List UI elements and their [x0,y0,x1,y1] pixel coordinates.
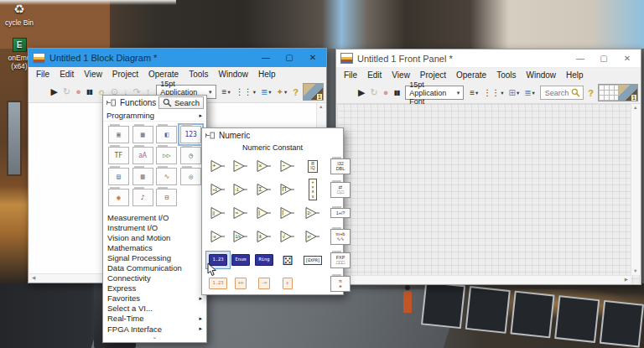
category-vision-and-motion[interactable]: Vision and Motion [103,232,206,242]
palette-item-application-control[interactable]: ◎ [180,168,201,185]
category-signal-processing[interactable]: Signal Processing [103,252,206,262]
category-programming[interactable]: Programming ▸ [103,110,206,122]
numeric-item-negate[interactable]: -x [210,230,226,243]
desktop-icon-recycle-bin[interactable]: ♻cycle Bin [0,1,39,27]
front-panel-titlebar[interactable]: Untitled 1 Front Panel * — ▢ ✕ [336,49,641,68]
numeric-item-ring-constant[interactable]: Ring [255,254,273,266]
palette-item-waveform[interactable]: ∿ [156,168,177,185]
search-input[interactable] [543,88,571,98]
numeric-item-multiply[interactable]: × [256,159,273,173]
numeric-item-add[interactable]: + [210,159,226,173]
numeric-item-random-number[interactable]: ⚄ [282,254,293,267]
numeric-item-positive-infinity-constant[interactable]: +∞ [235,278,247,289]
palette-search-button[interactable]: Search [158,96,204,109]
numeric-item-add-array-elements[interactable]: Σ [256,183,273,196]
vi-icon-pane[interactable] [303,83,324,101]
maximize-icon[interactable]: ▢ [592,49,615,68]
category-instrument-i-o[interactable]: Instrument I/O [103,222,206,232]
scroll-left-icon[interactable]: ◀ [32,276,35,281]
category-fpga-interface[interactable]: FPGA Interface▸ [103,324,206,334]
menu-project[interactable]: Project [415,70,451,81]
menu-project[interactable]: Project [107,69,143,80]
numeric-item-dbl-numeric-constant[interactable]: 1.23 [209,278,226,289]
category-real-time[interactable]: Real-Time▸ [103,314,206,324]
category-mathematics[interactable]: Mathematics [103,242,206,252]
palette-item-timing[interactable]: ◷ [180,147,201,164]
palette-item-numeric[interactable]: 123 [180,126,201,143]
palette-item-cluster-class-variant[interactable]: ◧ [156,126,177,143]
numeric-item-negative-infinity-constant[interactable]: -∞ [258,278,271,289]
scroll-down-icon[interactable]: ▼ [633,269,637,274]
palette-item-graphics-sound[interactable]: ♪ [132,189,153,206]
menu-window[interactable]: Window [521,70,561,81]
numeric-item-square-root[interactable]: √ [279,230,296,243]
front-panel-canvas[interactable]: ▲ ▼ ▶ [337,104,640,283]
pause-button[interactable]: ▮▮ [85,89,94,96]
align-objects-dropdown[interactable]: ≡▾ [468,88,480,97]
reorder-dropdown[interactable]: ≣▾ [259,87,273,96]
category-connectivity[interactable]: Connectivity [103,273,206,283]
numeric-item-compound-arithmetic[interactable]: +×∧∨ [309,179,317,200]
numeric-item-round-toward-positive-infinity[interactable]: ⌈ [279,206,296,220]
pin-icon[interactable] [106,98,117,107]
numeric-item-sign[interactable]: ± [256,230,273,243]
scroll-right-icon[interactable]: ▶ [625,278,628,283]
vertical-scrollbar[interactable]: ▲ ▼ [631,104,640,275]
numeric-item-conversion-submenu[interactable]: I32DBL [330,158,351,174]
reorder-dropdown[interactable]: ≣▾ [522,88,537,97]
numeric-item-fixed-point-submenu[interactable]: FXP□□□ [330,252,351,268]
category-data-communication[interactable]: Data Communication [103,262,206,273]
context-help-button[interactable]: ? [585,88,596,98]
numeric-item-complex-submenu[interactable]: 1+i? [330,208,351,219]
close-icon[interactable]: ✕ [615,49,639,68]
numeric-item-scale-by-power-of-2[interactable]: 2ⁿ [304,206,321,220]
vi-icon-pane[interactable] [598,84,638,101]
search-icon[interactable] [571,88,580,97]
menu-window[interactable]: Window [213,69,253,80]
palette-item-comparison[interactable]: ▷▷ [156,147,177,164]
search-box[interactable] [540,86,584,100]
abort-button[interactable]: ● [74,87,83,96]
palette-item-file-io[interactable]: ▥ [132,168,153,185]
numeric-item-numeric-constant[interactable]: 1.23 [209,254,226,266]
category-measurement-i-o[interactable]: Measurement I/O [103,212,206,222]
close-icon[interactable]: ✕ [301,49,325,67]
category-favorites[interactable]: Favorites▸ [103,293,206,304]
numeric-item-reciprocal[interactable]: 1/x [232,230,249,243]
numeric-item-divide[interactable]: ÷ [279,159,296,173]
distribute-objects-dropdown[interactable]: ⋮⋮▾ [481,88,505,97]
menu-help[interactable]: Help [561,70,589,81]
numeric-item-quotient-and-remainder[interactable]: RIQ [308,160,317,173]
distribute-objects-dropdown[interactable]: ⋮⋮▾ [234,87,257,96]
minimize-icon[interactable]: — [254,49,278,67]
numeric-item-enum-constant[interactable]: Enum [231,254,249,266]
pause-button[interactable]: ▮▮ [392,90,401,96]
run-button[interactable]: ▶ [49,87,59,96]
numeric-item-multiply-array-elements[interactable]: Π [279,183,296,196]
maximize-icon[interactable]: ▢ [278,49,301,67]
numeric-item-round-to-nearest[interactable]: ≈ [232,206,249,220]
menu-view[interactable]: View [79,69,107,80]
menu-operate[interactable]: Operate [451,70,491,81]
resize-objects-dropdown[interactable]: ⊞▾ [507,88,522,97]
minimize-icon[interactable]: — [569,49,592,68]
block-diagram-titlebar[interactable]: Untitled 1 Block Diagram * — ▢ ✕ [29,49,326,67]
run-continuously-button[interactable]: ↻ [369,88,380,97]
category-select-a-vi[interactable]: Select a VI... [103,304,206,314]
palette-item-string[interactable]: aA [132,147,153,164]
pin-icon[interactable] [205,131,216,140]
palette-item-structures[interactable]: ▣ [108,126,129,143]
palette-item-synchronization[interactable]: ◉ [108,189,129,206]
menu-edit[interactable]: Edit [55,69,79,80]
palette-item-boolean[interactable]: TF [108,147,129,164]
numeric-item-expression-node[interactable]: [EXPR] [304,256,321,265]
palette-item-array[interactable]: ▦ [132,126,153,143]
numeric-item-math-scientific-constants-submenu[interactable]: πe [330,276,351,292]
numeric-item-square[interactable]: x² [304,230,321,243]
cleanup-diagram-dropdown[interactable]: ✦▾ [275,87,289,96]
font-selector-dropdown[interactable]: 15pt Application Font▾ [405,86,464,100]
numeric-item-scaling-submenu[interactable]: m+b∿∿ [330,229,351,245]
menu-view[interactable]: View [387,70,415,81]
palette-item-dialog-user-interface[interactable]: ▤ [108,168,129,185]
menu-operate[interactable]: Operate [143,69,184,80]
